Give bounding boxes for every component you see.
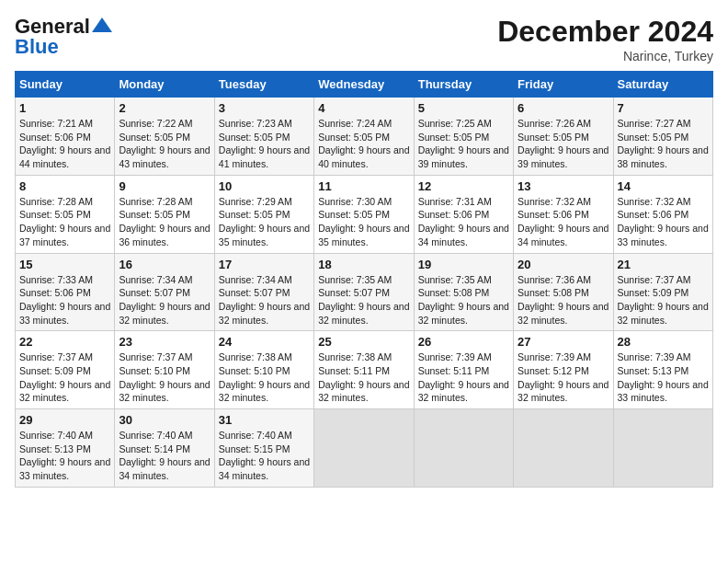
calendar-cell [314, 409, 414, 488]
header: General Blue December 2024 Narince, Turk… [15, 15, 713, 63]
calendar-cell: 25 Sunrise: 7:38 AMSunset: 5:11 PMDaylig… [314, 331, 414, 409]
calendar-cell: 13 Sunrise: 7:32 AMSunset: 5:06 PMDaylig… [514, 175, 613, 253]
calendar-cell [613, 409, 712, 488]
day-number: 29 [19, 413, 110, 427]
day-number: 26 [418, 335, 509, 349]
calendar-cell: 15 Sunrise: 7:33 AMSunset: 5:06 PMDaylig… [16, 253, 115, 331]
calendar-cell: 3 Sunrise: 7:23 AMSunset: 5:05 PMDayligh… [214, 98, 313, 176]
logo-icon [92, 17, 112, 32]
day-info: Sunrise: 7:34 AMSunset: 5:07 PMDaylight:… [119, 274, 210, 326]
day-number: 17 [219, 258, 310, 271]
week-row-2: 8 Sunrise: 7:28 AMSunset: 5:05 PMDayligh… [16, 175, 713, 253]
day-info: Sunrise: 7:38 AMSunset: 5:11 PMDaylight:… [318, 351, 409, 403]
day-number: 8 [19, 179, 110, 193]
day-info: Sunrise: 7:29 AMSunset: 5:05 PMDaylight:… [219, 196, 310, 247]
day-info: Sunrise: 7:40 AMSunset: 5:14 PMDaylight:… [119, 430, 210, 481]
calendar-cell: 24 Sunrise: 7:38 AMSunset: 5:10 PMDaylig… [214, 331, 313, 409]
calendar-cell: 14 Sunrise: 7:32 AMSunset: 5:06 PMDaylig… [613, 175, 712, 253]
day-info: Sunrise: 7:37 AMSunset: 5:10 PMDaylight:… [119, 351, 210, 403]
calendar-cell: 12 Sunrise: 7:31 AMSunset: 5:06 PMDaylig… [414, 175, 513, 253]
week-row-1: 1 Sunrise: 7:21 AMSunset: 5:06 PMDayligh… [16, 98, 713, 176]
week-row-4: 22 Sunrise: 7:37 AMSunset: 5:09 PMDaylig… [16, 331, 713, 409]
day-info: Sunrise: 7:33 AMSunset: 5:06 PMDaylight:… [19, 274, 110, 326]
day-info: Sunrise: 7:39 AMSunset: 5:13 PMDaylight:… [618, 351, 709, 403]
day-info: Sunrise: 7:25 AMSunset: 5:05 PMDaylight:… [418, 118, 509, 169]
day-number: 20 [518, 258, 609, 271]
day-number: 10 [219, 179, 310, 193]
day-info: Sunrise: 7:28 AMSunset: 5:05 PMDaylight:… [19, 196, 110, 247]
day-info: Sunrise: 7:30 AMSunset: 5:05 PMDaylight:… [318, 196, 409, 247]
day-info: Sunrise: 7:35 AMSunset: 5:08 PMDaylight:… [418, 274, 509, 326]
day-info: Sunrise: 7:40 AMSunset: 5:15 PMDaylight:… [219, 430, 310, 481]
day-info: Sunrise: 7:23 AMSunset: 5:05 PMDaylight:… [219, 118, 310, 169]
day-number: 15 [19, 258, 110, 271]
calendar-cell: 17 Sunrise: 7:34 AMSunset: 5:07 PMDaylig… [214, 253, 313, 331]
day-number: 12 [418, 179, 509, 193]
day-info: Sunrise: 7:26 AMSunset: 5:05 PMDaylight:… [518, 118, 609, 169]
day-info: Sunrise: 7:35 AMSunset: 5:07 PMDaylight:… [318, 274, 409, 326]
calendar-cell: 10 Sunrise: 7:29 AMSunset: 5:05 PMDaylig… [214, 175, 313, 253]
day-number: 23 [119, 335, 210, 349]
day-number: 3 [219, 101, 310, 115]
day-info: Sunrise: 7:22 AMSunset: 5:05 PMDaylight:… [119, 118, 210, 169]
day-info: Sunrise: 7:36 AMSunset: 5:08 PMDaylight:… [518, 274, 609, 326]
day-number: 2 [119, 101, 210, 115]
day-number: 28 [618, 335, 709, 349]
calendar-header: SundayMondayTuesdayWednesdayThursdayFrid… [16, 72, 713, 98]
calendar-body: 1 Sunrise: 7:21 AMSunset: 5:06 PMDayligh… [16, 98, 713, 488]
calendar-cell: 16 Sunrise: 7:34 AMSunset: 5:07 PMDaylig… [115, 253, 214, 331]
title-area: December 2024 Narince, Turkey [497, 15, 713, 63]
day-number: 18 [318, 258, 409, 271]
day-number: 4 [318, 101, 409, 115]
day-info: Sunrise: 7:40 AMSunset: 5:13 PMDaylight:… [19, 430, 110, 481]
calendar-cell: 22 Sunrise: 7:37 AMSunset: 5:09 PMDaylig… [16, 331, 115, 409]
day-info: Sunrise: 7:28 AMSunset: 5:05 PMDaylight:… [119, 196, 210, 247]
calendar-cell: 4 Sunrise: 7:24 AMSunset: 5:05 PMDayligh… [314, 98, 414, 176]
day-number: 22 [19, 335, 110, 349]
day-number: 6 [518, 101, 609, 115]
day-header-saturday: Saturday [613, 72, 712, 98]
calendar-cell: 21 Sunrise: 7:37 AMSunset: 5:09 PMDaylig… [613, 253, 712, 331]
day-info: Sunrise: 7:32 AMSunset: 5:06 PMDaylight:… [518, 196, 609, 247]
day-number: 24 [219, 335, 310, 349]
day-header-tuesday: Tuesday [214, 72, 313, 98]
calendar-cell: 7 Sunrise: 7:27 AMSunset: 5:05 PMDayligh… [613, 98, 712, 176]
calendar-cell: 27 Sunrise: 7:39 AMSunset: 5:12 PMDaylig… [514, 331, 613, 409]
calendar-cell [514, 409, 613, 488]
calendar-cell: 18 Sunrise: 7:35 AMSunset: 5:07 PMDaylig… [314, 253, 414, 331]
day-number: 5 [418, 101, 509, 115]
day-number: 27 [518, 335, 609, 349]
calendar-table: SundayMondayTuesdayWednesdayThursdayFrid… [15, 71, 713, 488]
day-info: Sunrise: 7:34 AMSunset: 5:07 PMDaylight:… [219, 274, 310, 326]
logo: General Blue [15, 15, 112, 59]
day-info: Sunrise: 7:32 AMSunset: 5:06 PMDaylight:… [618, 196, 709, 247]
calendar-cell: 28 Sunrise: 7:39 AMSunset: 5:13 PMDaylig… [613, 331, 712, 409]
day-number: 14 [618, 179, 709, 193]
month-title: December 2024 [497, 15, 713, 49]
day-number: 19 [418, 258, 509, 271]
day-info: Sunrise: 7:38 AMSunset: 5:10 PMDaylight:… [219, 351, 310, 403]
day-header-friday: Friday [514, 72, 613, 98]
calendar-cell: 9 Sunrise: 7:28 AMSunset: 5:05 PMDayligh… [115, 175, 214, 253]
calendar-cell: 23 Sunrise: 7:37 AMSunset: 5:10 PMDaylig… [115, 331, 214, 409]
day-info: Sunrise: 7:21 AMSunset: 5:06 PMDaylight:… [19, 118, 110, 169]
calendar-cell: 5 Sunrise: 7:25 AMSunset: 5:05 PMDayligh… [414, 98, 513, 176]
day-info: Sunrise: 7:37 AMSunset: 5:09 PMDaylight:… [618, 274, 709, 326]
calendar-cell: 19 Sunrise: 7:35 AMSunset: 5:08 PMDaylig… [414, 253, 513, 331]
day-number: 7 [618, 101, 709, 115]
day-info: Sunrise: 7:39 AMSunset: 5:12 PMDaylight:… [518, 351, 609, 403]
location-subtitle: Narince, Turkey [497, 49, 713, 63]
calendar-cell: 8 Sunrise: 7:28 AMSunset: 5:05 PMDayligh… [16, 175, 115, 253]
day-number: 30 [119, 413, 210, 427]
day-number: 25 [318, 335, 409, 349]
day-header-monday: Monday [115, 72, 214, 98]
week-row-3: 15 Sunrise: 7:33 AMSunset: 5:06 PMDaylig… [16, 253, 713, 331]
header-row: SundayMondayTuesdayWednesdayThursdayFrid… [16, 72, 713, 98]
calendar-cell: 30 Sunrise: 7:40 AMSunset: 5:14 PMDaylig… [115, 409, 214, 488]
day-info: Sunrise: 7:27 AMSunset: 5:05 PMDaylight:… [618, 118, 709, 169]
logo-blue: Blue [15, 35, 59, 59]
calendar-cell [414, 409, 513, 488]
day-number: 13 [518, 179, 609, 193]
week-row-5: 29 Sunrise: 7:40 AMSunset: 5:13 PMDaylig… [16, 409, 713, 488]
day-header-sunday: Sunday [16, 72, 115, 98]
